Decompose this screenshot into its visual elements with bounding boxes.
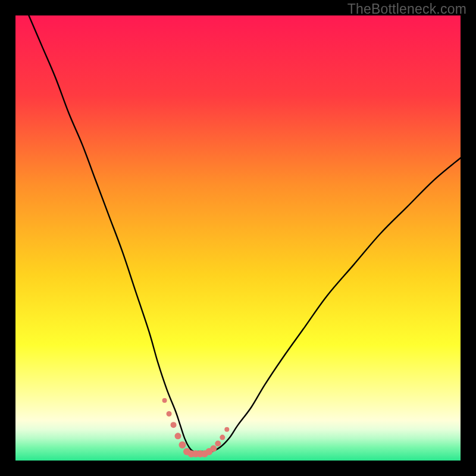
valley-marker [162, 398, 167, 403]
valley-marker [224, 427, 229, 432]
valley-marker [220, 435, 225, 440]
valley-marker [179, 441, 186, 449]
valley-marker [210, 445, 217, 452]
chart-root: TheBottleneck.com [0, 0, 476, 476]
valley-marker [215, 441, 221, 447]
valley-marker [175, 433, 181, 439]
valley-marker [171, 422, 177, 428]
plot-svg [15, 15, 461, 461]
valley-marker [167, 411, 172, 416]
plot-area [15, 15, 461, 461]
gradient-background [15, 15, 461, 461]
watermark-text: TheBottleneck.com [347, 1, 466, 17]
